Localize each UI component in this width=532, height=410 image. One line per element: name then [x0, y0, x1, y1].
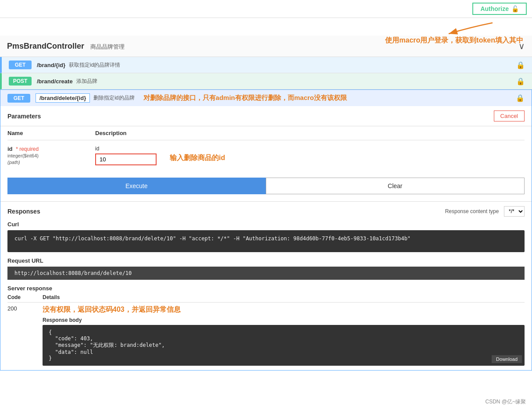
authorize-button[interactable]: Authorize 🔓	[472, 3, 527, 15]
response-details: 没有权限，返回状态码403，并返回异常信息 Response body { "c…	[43, 305, 525, 366]
controller-title: PmsBrandController	[7, 42, 84, 50]
panel-title: Parameters	[7, 113, 41, 120]
top-annotation: 使用macro用户登录，获取到token填入其中	[385, 18, 523, 45]
code-col-header: Code	[7, 294, 43, 300]
top-annotation-text: 使用macro用户登录，获取到token填入其中	[385, 36, 523, 44]
param-desc-cell: id 输入删除商品的id	[95, 146, 525, 165]
lock-icon-3: 🔒	[516, 94, 525, 102]
lock-icon: 🔓	[511, 5, 519, 12]
api-path-1: /brand/{id}	[37, 62, 65, 68]
method-badge-get-delete: GET	[7, 94, 30, 103]
param-required: * required	[16, 146, 39, 152]
param-row-id: id * required integer($int64) (path) id …	[7, 140, 525, 171]
execute-button[interactable]: Execute	[7, 178, 266, 194]
responses-title: Responses	[7, 208, 40, 215]
details-col-header: Details	[43, 294, 525, 300]
param-location: (path)	[7, 160, 20, 165]
response-code: 200	[7, 305, 43, 312]
param-type: integer($int64)	[7, 153, 39, 158]
request-url-section: Request URL http://localhost:8088/brand/…	[7, 257, 525, 280]
content-type-label: Response content type	[445, 208, 499, 214]
method-badge-get: GET	[9, 61, 32, 69]
cancel-button[interactable]: Cancel	[494, 111, 525, 121]
page-wrapper: Authorize 🔓 使用macro用户登录，获取到token填入其中 Pms…	[0, 0, 532, 410]
controller-subtitle: 商品品牌管理	[90, 43, 125, 50]
response-body-value: { "code": 403, "message": "无此权限: brand:d…	[49, 329, 518, 361]
param-name-cell: id * required integer($int64) (path)	[7, 146, 95, 165]
api-path-3: /brand/delete/{id}	[36, 93, 90, 103]
panel-header: Parameters Cancel	[0, 106, 532, 126]
curl-block: curl -X GET "http://localhost:8088/brand…	[7, 230, 525, 252]
param-id-input[interactable]	[95, 153, 157, 165]
server-response-title: Server response	[7, 285, 525, 292]
responses-section: Responses Response content type */* Curl…	[0, 201, 532, 370]
content-type-group: Response content type */*	[445, 206, 525, 217]
response-body-block: { "code": 403, "message": "无此权限: brand:d…	[43, 325, 525, 366]
api-desc-1: 获取指定id的品牌详情	[69, 61, 120, 69]
col-desc-header: Description	[95, 130, 525, 136]
action-buttons: Execute Clear	[7, 178, 525, 194]
request-url-title: Request URL	[7, 257, 525, 264]
params-table-header: Name Description	[7, 126, 525, 140]
lock-icon-2: 🔒	[516, 77, 525, 86]
clear-button[interactable]: Clear	[266, 178, 525, 194]
method-badge-post: POST	[9, 77, 32, 86]
controller-title-group: PmsBrandController 商品品牌管理	[7, 42, 125, 51]
api-desc-3: 删除指定id的品牌	[93, 94, 134, 102]
response-table-header: Code Details	[7, 294, 525, 303]
curl-title: Curl	[7, 221, 525, 228]
response-body-title: Response body	[43, 317, 525, 323]
api-row-post-brand-create[interactable]: POST /brand/create 添加品牌 🔒	[0, 73, 532, 89]
param-name: id	[7, 146, 13, 152]
content-type-select[interactable]: */*	[504, 206, 525, 217]
curl-value: curl -X GET "http://localhost:8088/brand…	[14, 235, 411, 242]
curl-section: Curl curl -X GET "http://localhost:8088/…	[7, 221, 525, 252]
api-desc-2: 添加品牌	[76, 78, 97, 85]
request-url-block: http://localhost:8088/brand/delete/10	[7, 267, 525, 280]
param-input-label: id	[95, 146, 157, 152]
api-path-2: /brand/create	[37, 78, 73, 85]
input-annotation: 输入删除商品的id	[170, 153, 225, 163]
api-row-get-brand-delete[interactable]: GET /brand/delete/{id} 删除指定id的品牌 对删除品牌的接…	[0, 89, 532, 106]
download-button[interactable]: Download	[492, 355, 522, 363]
param-input-group: id	[95, 146, 157, 165]
response-body-annotation: 没有权限，返回状态码403，并返回异常信息	[43, 306, 181, 313]
response-row-200: 200 没有权限，返回状态码403，并返回异常信息 Response body …	[7, 305, 525, 366]
col-name-header: Name	[7, 130, 95, 136]
expanded-panel: Parameters Cancel Name Description id * …	[0, 106, 532, 371]
delete-annotation: 对删除品牌的接口，只有admin有权限进行删除，而macro没有该权限	[143, 94, 347, 102]
watermark: CSDN @亿~缘聚	[482, 397, 528, 406]
api-row-get-brand-id[interactable]: GET /brand/{id} 获取指定id的品牌详情 🔒	[0, 57, 532, 73]
lock-icon-1: 🔒	[516, 61, 525, 69]
responses-header: Responses Response content type */*	[7, 206, 525, 217]
parameters-table: Name Description id * required integer($…	[0, 126, 532, 171]
top-bar: Authorize 🔓	[0, 0, 532, 18]
request-url-value: http://localhost:8088/brand/delete/10	[14, 270, 132, 276]
authorize-label: Authorize	[480, 5, 509, 12]
